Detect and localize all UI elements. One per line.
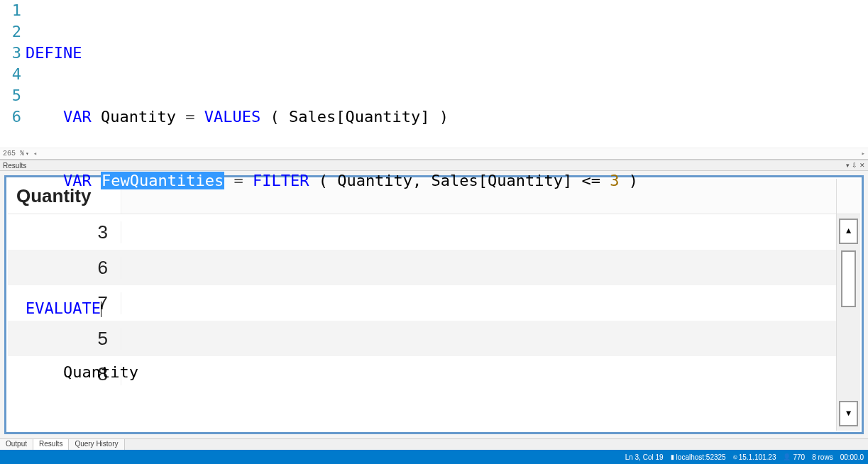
status-row-count: 8 rows — [812, 453, 833, 461]
server-icon: ▮ — [671, 453, 674, 460]
keyword-define: DEFINE — [26, 44, 82, 62]
status-user: 👤770 — [783, 453, 805, 461]
hscroll-right-icon[interactable]: ▸ — [862, 150, 865, 158]
keyword-evaluate: EVALUATE — [26, 299, 101, 317]
tab-output[interactable]: Output — [0, 439, 33, 450]
line-number: 3 — [0, 43, 21, 64]
code-editor[interactable]: 1 2 3 4 5 6 DEFINE VAR Quantity = VALUES… — [0, 0, 868, 160]
results-panel-title: Results — [3, 162, 26, 170]
hscroll-left-icon[interactable]: ◂ — [33, 150, 37, 158]
status-server: ▮localhost:52325 — [671, 453, 726, 461]
version-icon: ⎋ — [733, 453, 737, 460]
tab-query-history[interactable]: Query History — [69, 439, 124, 450]
expression: ) — [620, 172, 639, 189]
status-version: ⎋15.1.101.23 — [733, 453, 776, 461]
keyword-var: VAR — [63, 172, 92, 189]
line-number-gutter: 1 2 3 4 5 6 — [0, 0, 26, 145]
line-number: 4 — [0, 64, 21, 85]
line-number: 5 — [0, 85, 21, 106]
identifier: Quantity — [101, 108, 176, 126]
selected-text[interactable]: FewQuantities — [101, 172, 224, 189]
tab-results[interactable]: Results — [33, 439, 69, 450]
status-cursor-position: Ln 3, Col 19 — [625, 453, 664, 461]
operator: = — [224, 172, 253, 189]
line-number: 6 — [0, 106, 21, 128]
editor-zoom-bar: 265 % ▾ ◂ ▸ — [0, 148, 868, 159]
bottom-tabs: Output Results Query History — [0, 438, 868, 450]
identifier: Quantity — [63, 363, 138, 381]
keyword-var: VAR — [63, 108, 92, 126]
user-icon: 👤 — [783, 453, 791, 460]
zoom-dropdown-icon[interactable]: ▾ — [26, 150, 29, 157]
operator: = — [176, 108, 204, 126]
code-text-area[interactable]: DEFINE VAR Quantity = VALUES ( Sales[Qua… — [26, 0, 868, 145]
status-bar: Ln 3, Col 19 ▮localhost:52325 ⎋15.1.101.… — [0, 450, 868, 464]
function-name: FILTER — [253, 172, 309, 189]
zoom-level[interactable]: 265 % — [3, 150, 24, 158]
number-literal: 3 — [610, 172, 619, 189]
expression: ( Sales[Quantity] ) — [260, 108, 449, 126]
line-number: 1 — [0, 0, 21, 21]
function-name: VALUES — [204, 108, 260, 126]
expression: ( Quantity, Sales[Quantity] <= — [309, 172, 610, 189]
status-elapsed-time: 00:00.0 — [840, 453, 864, 461]
text-caret — [101, 302, 101, 317]
line-number: 2 — [0, 21, 21, 43]
